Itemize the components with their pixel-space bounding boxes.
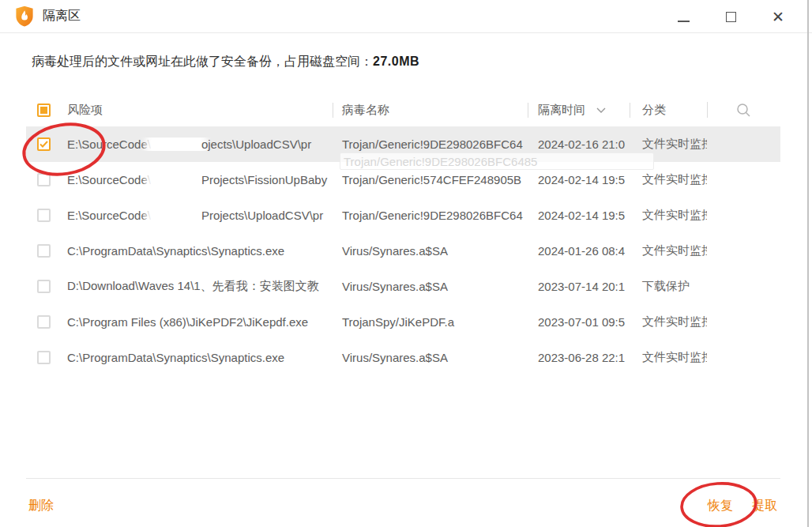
category: 文件实时监控 bbox=[630, 314, 707, 329]
path-text: C:\Program Files (x86)\JiKePDF2\JiKepdf.… bbox=[67, 315, 308, 329]
path-text: ojects\UploadCSV\pr bbox=[201, 137, 311, 151]
search-icon[interactable] bbox=[736, 103, 751, 118]
disk-usage-value: 27.0MB bbox=[373, 55, 419, 68]
path-text: C:\ProgramData\Synaptics\Synaptics.exe bbox=[67, 244, 284, 258]
maximize-button[interactable] bbox=[719, 5, 742, 28]
checkmark-icon bbox=[39, 141, 48, 148]
path-text: E:\SourceCode\ bbox=[67, 173, 151, 186]
header-virus[interactable]: 病毒名称 bbox=[333, 103, 528, 118]
quarantine-time: 2024-02-16 21:0 bbox=[528, 137, 630, 151]
risk-path: D:\Download\Waves 14\1、先看我：安装图文教 bbox=[67, 279, 333, 294]
header-search[interactable] bbox=[707, 103, 780, 118]
row-checkbox[interactable] bbox=[37, 173, 51, 186]
censor-blur bbox=[151, 138, 201, 151]
table-row[interactable]: D:\Download\Waves 14\1、先看我：安装图文教 Virus/S… bbox=[26, 269, 780, 304]
table-row[interactable]: C:\ProgramData\Synaptics\Synaptics.exe V… bbox=[26, 340, 780, 375]
window-right-edge bbox=[807, 0, 809, 527]
delete-link[interactable]: 删除 bbox=[28, 498, 54, 514]
close-button[interactable]: ✕ bbox=[766, 5, 790, 28]
header-time-label: 隔离时间 bbox=[538, 103, 585, 116]
category: 文件实时监控 bbox=[630, 243, 707, 258]
extract-link[interactable]: 提取 bbox=[752, 498, 777, 514]
risk-path: E:\SourceCode\ojects\UploadCSV\pr bbox=[67, 137, 333, 151]
table-header: 风险项 病毒名称 隔离时间 分类 bbox=[26, 93, 780, 126]
table-row[interactable]: C:\Program Files (x86)\JiKePDF2\JiKepdf.… bbox=[26, 304, 780, 340]
quarantine-time: 2024-01-26 08:4 bbox=[528, 244, 630, 258]
path-text: Projects\UploadCSV\pr bbox=[201, 209, 323, 222]
summary-text: 病毒处理后的文件或网址在此做了安全备份，占用磁盘空间：27.0MB bbox=[32, 54, 419, 70]
path-text: E:\SourceCode\ bbox=[67, 137, 151, 151]
risk-path: E:\SourceCode\Projects\FissionUpBaby bbox=[67, 173, 333, 186]
header-time[interactable]: 隔离时间 bbox=[528, 103, 630, 118]
row-checkbox[interactable] bbox=[37, 137, 51, 151]
quarantine-time: 2023-07-14 20:1 bbox=[528, 280, 630, 293]
restore-link[interactable]: 恢复 bbox=[708, 498, 733, 514]
virus-name: Trojan/Generic!574CFEF248905B bbox=[333, 173, 528, 186]
category: 文件实时监控 bbox=[630, 208, 707, 223]
virus-name: Trojan/Generic!9DE298026BFC64 bbox=[333, 209, 528, 222]
quarantine-time: 2024-02-14 19:5 bbox=[528, 209, 630, 222]
title-bar: 隔离区 ✕ bbox=[0, 0, 812, 33]
row-checkbox[interactable] bbox=[37, 315, 51, 329]
partial-check-mark bbox=[40, 107, 47, 114]
minimize-button[interactable] bbox=[671, 5, 695, 28]
row-checkbox[interactable] bbox=[37, 351, 51, 364]
virus-name: Virus/Synares.a$SA bbox=[333, 351, 528, 364]
table-row[interactable]: E:\SourceCode\Projects\UploadCSV\pr Troj… bbox=[26, 198, 780, 233]
risk-path: C:\ProgramData\Synaptics\Synaptics.exe bbox=[67, 351, 333, 364]
category: 文件实时监控 bbox=[630, 172, 707, 187]
virus-name: Virus/Synares.a$SA bbox=[333, 280, 528, 293]
table-row[interactable]: C:\ProgramData\Synaptics\Synaptics.exe V… bbox=[26, 233, 780, 269]
censor-blur bbox=[151, 174, 201, 186]
path-text: D:\Download\Waves 14\1、先看我：安装图文教 bbox=[67, 279, 319, 292]
virus-name-tooltip: Trojan/Generic!9DE298026BFC6485 bbox=[340, 152, 654, 170]
quarantine-table: 风险项 病毒名称 隔离时间 分类 E:\SourceCode\ojects\Up… bbox=[26, 93, 780, 375]
virus-name: Virus/Synares.a$SA bbox=[333, 244, 528, 258]
virus-name: Trojan/Generic!9DE298026BFC64 bbox=[333, 137, 528, 151]
close-icon: ✕ bbox=[772, 9, 784, 24]
footer-bar: 删除 恢复 提取 bbox=[0, 479, 812, 527]
quarantine-time: 2024-02-14 19:5 bbox=[528, 173, 630, 186]
category: 文件实时监控 bbox=[630, 137, 707, 152]
select-all-checkbox[interactable] bbox=[37, 104, 51, 117]
row-checkbox[interactable] bbox=[37, 244, 51, 258]
censor-blur bbox=[151, 209, 201, 222]
virus-name: TrojanSpy/JiKePDF.a bbox=[333, 315, 528, 329]
category: 文件实时监控 bbox=[630, 350, 707, 365]
header-risk[interactable]: 风险项 bbox=[67, 103, 333, 118]
path-text: Projects\FissionUpBaby bbox=[201, 173, 327, 186]
shield-flame-icon bbox=[15, 6, 34, 27]
minimize-icon bbox=[678, 21, 690, 22]
chevron-down-icon[interactable] bbox=[596, 107, 606, 113]
row-checkbox[interactable] bbox=[37, 209, 51, 222]
summary-label: 病毒处理后的文件或网址在此做了安全备份，占用磁盘空间： bbox=[32, 55, 373, 68]
path-text: E:\SourceCode\ bbox=[67, 209, 151, 222]
header-category[interactable]: 分类 bbox=[630, 103, 707, 118]
quarantine-time: 2023-06-28 22:1 bbox=[528, 351, 630, 364]
maximize-icon bbox=[726, 12, 736, 22]
quarantine-time: 2023-07-01 09:5 bbox=[528, 315, 630, 329]
row-checkbox[interactable] bbox=[37, 280, 51, 293]
category: 下载保护 bbox=[630, 279, 707, 294]
risk-path: C:\Program Files (x86)\JiKePDF2\JiKepdf.… bbox=[67, 315, 333, 329]
path-text: C:\ProgramData\Synaptics\Synaptics.exe bbox=[67, 351, 284, 364]
quarantine-window: 隔离区 ✕ 病毒处理后的文件或网址在此做了安全备份，占用磁盘空间：27.0MB … bbox=[0, 0, 812, 527]
risk-path: C:\ProgramData\Synaptics\Synaptics.exe bbox=[67, 244, 333, 258]
window-title: 隔离区 bbox=[43, 8, 81, 24]
risk-path: E:\SourceCode\Projects\UploadCSV\pr bbox=[67, 209, 333, 222]
